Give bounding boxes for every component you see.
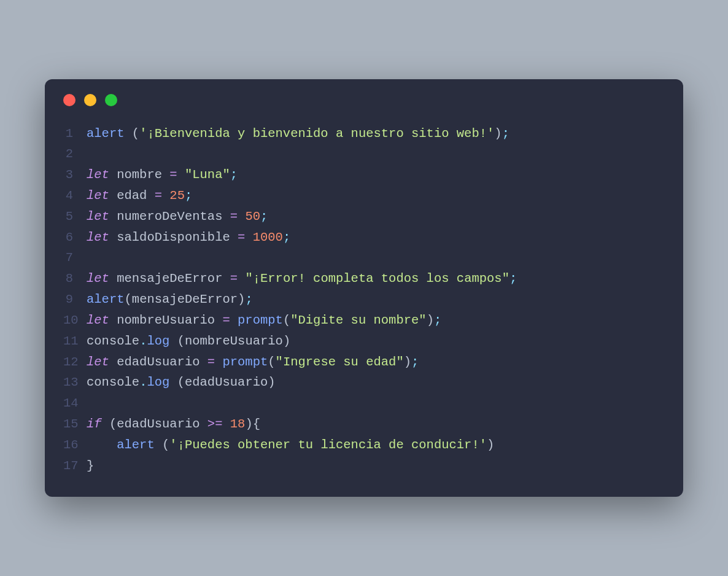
line-number: 3 <box>63 165 87 185</box>
line-content: if (edadUsuario >= 18){ <box>87 414 665 435</box>
line-number: 13 <box>63 372 87 393</box>
line-number: 1 <box>63 123 87 144</box>
maximize-icon[interactable] <box>105 94 117 106</box>
code-line: 15if (edadUsuario >= 18){ <box>63 414 665 435</box>
code-line: 9alert(mensajeDeError); <box>63 289 665 310</box>
line-number: 5 <box>63 206 87 227</box>
line-number: 7 <box>63 247 87 268</box>
code-line: 7 <box>63 247 665 268</box>
line-content: let nombre = "Luna"; <box>87 165 665 185</box>
code-line: 6let saldoDisponible = 1000; <box>63 227 665 248</box>
line-content: let nombreUsuario = prompt("Digite su no… <box>87 310 665 331</box>
code-line: 3let nombre = "Luna"; <box>63 165 665 185</box>
code-line: 16 alert ('¡Puedes obtener tu licencia d… <box>63 435 665 456</box>
line-number: 12 <box>63 352 87 373</box>
close-icon[interactable] <box>63 94 76 106</box>
code-line: 13console.log (edadUsuario) <box>63 372 665 393</box>
line-content <box>87 247 665 268</box>
code-line: 4let edad = 25; <box>63 185 665 206</box>
line-number: 14 <box>63 393 87 414</box>
line-number: 6 <box>63 227 87 248</box>
minimize-icon[interactable] <box>84 94 96 106</box>
line-content: let numeroDeVentas = 50; <box>87 206 665 227</box>
line-content: alert ('¡Bienvenida y bienvenido a nuest… <box>87 123 665 144</box>
line-content: alert ('¡Puedes obtener tu licencia de c… <box>87 435 665 456</box>
line-content: alert(mensajeDeError); <box>87 289 665 310</box>
line-number: 9 <box>63 289 87 310</box>
line-content: console.log (edadUsuario) <box>87 372 665 393</box>
line-number: 17 <box>63 456 87 477</box>
line-number: 16 <box>63 435 87 456</box>
line-number: 8 <box>63 268 87 289</box>
line-content: let mensajeDeError = "¡Error! completa t… <box>87 268 665 289</box>
line-number: 15 <box>63 414 87 435</box>
line-content: } <box>87 456 665 477</box>
line-number: 10 <box>63 310 87 331</box>
code-line: 17} <box>63 456 665 477</box>
code-line: 12let edadUsuario = prompt("Ingrese su e… <box>63 352 665 373</box>
line-number: 4 <box>63 185 87 206</box>
line-number: 11 <box>63 331 87 352</box>
code-editor[interactable]: 1alert ('¡Bienvenida y bienvenido a nues… <box>45 112 683 497</box>
code-line: 1alert ('¡Bienvenida y bienvenido a nues… <box>63 123 665 144</box>
line-content: let edadUsuario = prompt("Ingrese su eda… <box>87 352 665 373</box>
window-titlebar <box>45 79 683 112</box>
code-line: 8let mensajeDeError = "¡Error! completa … <box>63 268 665 289</box>
code-line: 10let nombreUsuario = prompt("Digite su … <box>63 310 665 331</box>
code-window: 1alert ('¡Bienvenida y bienvenido a nues… <box>45 79 683 497</box>
line-content: let edad = 25; <box>87 185 665 206</box>
line-number: 2 <box>63 144 87 165</box>
line-content <box>87 393 665 414</box>
line-content: console.log (nombreUsuario) <box>87 331 665 352</box>
code-line: 2 <box>63 144 665 165</box>
line-content: let saldoDisponible = 1000; <box>87 227 665 248</box>
line-content <box>87 144 665 165</box>
code-line: 14 <box>63 393 665 414</box>
code-line: 11console.log (nombreUsuario) <box>63 331 665 352</box>
code-line: 5let numeroDeVentas = 50; <box>63 206 665 227</box>
